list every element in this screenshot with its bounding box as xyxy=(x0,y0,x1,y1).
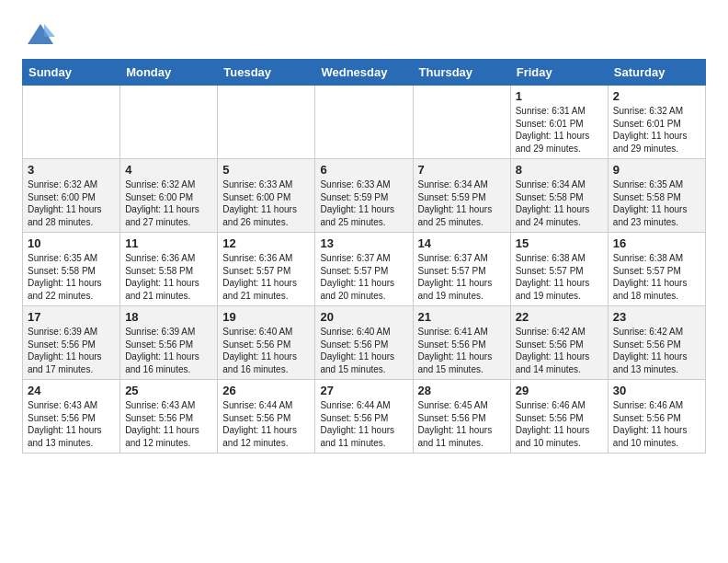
day-number: 5 xyxy=(222,163,310,177)
day-number: 28 xyxy=(418,384,506,397)
calendar-cell: 23Sunrise: 6:42 AMSunset: 5:56 PMDayligh… xyxy=(608,306,705,380)
day-info: Sunrise: 6:43 AMSunset: 5:56 PMDaylight:… xyxy=(28,399,115,449)
day-number: 17 xyxy=(28,310,115,324)
day-number: 27 xyxy=(320,384,407,397)
calendar-cell: 4Sunrise: 6:32 AMSunset: 6:00 PMDaylight… xyxy=(120,159,218,233)
weekday-header-wednesday: Wednesday xyxy=(315,60,413,86)
day-info: Sunrise: 6:31 AMSunset: 6:01 PMDaylight:… xyxy=(516,105,603,155)
day-number: 14 xyxy=(418,236,506,250)
calendar-cell: 12Sunrise: 6:36 AMSunset: 5:57 PMDayligh… xyxy=(218,233,315,306)
day-number: 16 xyxy=(613,236,700,250)
calendar-week-row: 24Sunrise: 6:43 AMSunset: 5:56 PMDayligh… xyxy=(23,380,706,454)
calendar-table: SundayMondayTuesdayWednesdayThursdayFrid… xyxy=(22,59,706,454)
calendar-cell: 20Sunrise: 6:40 AMSunset: 5:56 PMDayligh… xyxy=(315,306,413,380)
calendar-cell: 30Sunrise: 6:46 AMSunset: 5:56 PMDayligh… xyxy=(608,380,705,454)
weekday-header-friday: Friday xyxy=(510,60,608,86)
calendar-cell xyxy=(315,86,413,159)
day-number: 12 xyxy=(222,236,310,250)
calendar-cell: 11Sunrise: 6:36 AMSunset: 5:58 PMDayligh… xyxy=(120,233,218,306)
calendar-cell: 7Sunrise: 6:34 AMSunset: 5:59 PMDaylight… xyxy=(413,159,510,233)
day-number: 7 xyxy=(418,163,506,177)
day-info: Sunrise: 6:38 AMSunset: 5:57 PMDaylight:… xyxy=(613,252,700,302)
calendar-cell xyxy=(23,86,120,159)
calendar-cell: 14Sunrise: 6:37 AMSunset: 5:57 PMDayligh… xyxy=(413,233,510,306)
day-number: 9 xyxy=(613,163,700,177)
day-info: Sunrise: 6:34 AMSunset: 5:58 PMDaylight:… xyxy=(516,178,603,228)
day-info: Sunrise: 6:42 AMSunset: 5:56 PMDaylight:… xyxy=(613,326,700,375)
header xyxy=(22,18,706,52)
day-number: 30 xyxy=(613,384,700,397)
calendar-cell: 19Sunrise: 6:40 AMSunset: 5:56 PMDayligh… xyxy=(218,306,315,380)
logo xyxy=(22,18,59,52)
day-number: 24 xyxy=(28,384,115,397)
day-number: 19 xyxy=(222,310,310,324)
calendar-cell: 28Sunrise: 6:45 AMSunset: 5:56 PMDayligh… xyxy=(413,380,510,454)
day-info: Sunrise: 6:42 AMSunset: 5:56 PMDaylight:… xyxy=(516,326,603,375)
calendar-cell: 9Sunrise: 6:35 AMSunset: 5:58 PMDaylight… xyxy=(608,159,705,233)
calendar-cell: 6Sunrise: 6:33 AMSunset: 5:59 PMDaylight… xyxy=(315,159,413,233)
day-number: 8 xyxy=(516,163,603,177)
calendar-cell: 29Sunrise: 6:46 AMSunset: 5:56 PMDayligh… xyxy=(510,380,608,454)
calendar-cell: 21Sunrise: 6:41 AMSunset: 5:56 PMDayligh… xyxy=(413,306,510,380)
day-number: 18 xyxy=(125,310,212,324)
weekday-header-tuesday: Tuesday xyxy=(218,60,315,86)
day-number: 11 xyxy=(125,236,212,250)
day-info: Sunrise: 6:35 AMSunset: 5:58 PMDaylight:… xyxy=(613,178,700,228)
calendar-cell: 26Sunrise: 6:44 AMSunset: 5:56 PMDayligh… xyxy=(218,380,315,454)
day-info: Sunrise: 6:45 AMSunset: 5:56 PMDaylight:… xyxy=(418,399,506,449)
day-number: 23 xyxy=(613,310,700,324)
day-number: 21 xyxy=(418,310,506,324)
day-info: Sunrise: 6:33 AMSunset: 6:00 PMDaylight:… xyxy=(222,178,310,228)
day-info: Sunrise: 6:37 AMSunset: 5:57 PMDaylight:… xyxy=(418,252,506,302)
calendar-cell: 16Sunrise: 6:38 AMSunset: 5:57 PMDayligh… xyxy=(608,233,705,306)
calendar-week-row: 3Sunrise: 6:32 AMSunset: 6:00 PMDaylight… xyxy=(23,159,706,233)
day-info: Sunrise: 6:33 AMSunset: 5:59 PMDaylight:… xyxy=(320,178,407,228)
day-number: 26 xyxy=(222,384,310,397)
calendar-cell: 13Sunrise: 6:37 AMSunset: 5:57 PMDayligh… xyxy=(315,233,413,306)
day-info: Sunrise: 6:35 AMSunset: 5:58 PMDaylight:… xyxy=(28,252,115,302)
calendar-cell: 25Sunrise: 6:43 AMSunset: 5:56 PMDayligh… xyxy=(120,380,218,454)
day-number: 13 xyxy=(320,236,407,250)
day-info: Sunrise: 6:46 AMSunset: 5:56 PMDaylight:… xyxy=(613,399,700,449)
day-info: Sunrise: 6:38 AMSunset: 5:57 PMDaylight:… xyxy=(516,252,603,302)
calendar-week-row: 10Sunrise: 6:35 AMSunset: 5:58 PMDayligh… xyxy=(23,233,706,306)
day-info: Sunrise: 6:39 AMSunset: 5:56 PMDaylight:… xyxy=(28,326,115,375)
calendar-cell: 3Sunrise: 6:32 AMSunset: 6:00 PMDaylight… xyxy=(23,159,120,233)
calendar-cell: 22Sunrise: 6:42 AMSunset: 5:56 PMDayligh… xyxy=(510,306,608,380)
day-info: Sunrise: 6:44 AMSunset: 5:56 PMDaylight:… xyxy=(222,399,310,449)
day-info: Sunrise: 6:40 AMSunset: 5:56 PMDaylight:… xyxy=(222,326,310,375)
calendar-cell: 24Sunrise: 6:43 AMSunset: 5:56 PMDayligh… xyxy=(23,380,120,454)
day-number: 4 xyxy=(125,163,212,177)
calendar-cell: 10Sunrise: 6:35 AMSunset: 5:58 PMDayligh… xyxy=(23,233,120,306)
day-info: Sunrise: 6:32 AMSunset: 6:01 PMDaylight:… xyxy=(613,105,700,155)
calendar-cell: 27Sunrise: 6:44 AMSunset: 5:56 PMDayligh… xyxy=(315,380,413,454)
weekday-header-sunday: Sunday xyxy=(23,60,120,86)
calendar-cell xyxy=(120,86,218,159)
day-number: 6 xyxy=(320,163,407,177)
day-number: 22 xyxy=(516,310,603,324)
day-info: Sunrise: 6:32 AMSunset: 6:00 PMDaylight:… xyxy=(125,178,212,228)
day-number: 10 xyxy=(28,236,115,250)
day-info: Sunrise: 6:36 AMSunset: 5:58 PMDaylight:… xyxy=(125,252,212,302)
weekday-header-monday: Monday xyxy=(120,60,218,86)
weekday-header-row: SundayMondayTuesdayWednesdayThursdayFrid… xyxy=(23,60,706,86)
day-info: Sunrise: 6:41 AMSunset: 5:56 PMDaylight:… xyxy=(418,326,506,375)
day-number: 20 xyxy=(320,310,407,324)
day-number: 3 xyxy=(28,163,115,177)
calendar-cell: 18Sunrise: 6:39 AMSunset: 5:56 PMDayligh… xyxy=(120,306,218,380)
calendar-cell: 2Sunrise: 6:32 AMSunset: 6:01 PMDaylight… xyxy=(608,86,705,159)
calendar-cell: 5Sunrise: 6:33 AMSunset: 6:00 PMDaylight… xyxy=(218,159,315,233)
day-info: Sunrise: 6:37 AMSunset: 5:57 PMDaylight:… xyxy=(320,252,407,302)
day-info: Sunrise: 6:40 AMSunset: 5:56 PMDaylight:… xyxy=(320,326,407,375)
calendar-cell: 1Sunrise: 6:31 AMSunset: 6:01 PMDaylight… xyxy=(510,86,608,159)
day-number: 1 xyxy=(516,89,603,103)
day-number: 29 xyxy=(516,384,603,397)
calendar-cell xyxy=(413,86,510,159)
calendar-cell xyxy=(218,86,315,159)
calendar-cell: 17Sunrise: 6:39 AMSunset: 5:56 PMDayligh… xyxy=(23,306,120,380)
calendar-cell: 8Sunrise: 6:34 AMSunset: 5:58 PMDaylight… xyxy=(510,159,608,233)
calendar-week-row: 17Sunrise: 6:39 AMSunset: 5:56 PMDayligh… xyxy=(23,306,706,380)
page: SundayMondayTuesdayWednesdayThursdayFrid… xyxy=(0,0,728,468)
logo-icon xyxy=(22,18,55,52)
day-info: Sunrise: 6:32 AMSunset: 6:00 PMDaylight:… xyxy=(28,178,115,228)
